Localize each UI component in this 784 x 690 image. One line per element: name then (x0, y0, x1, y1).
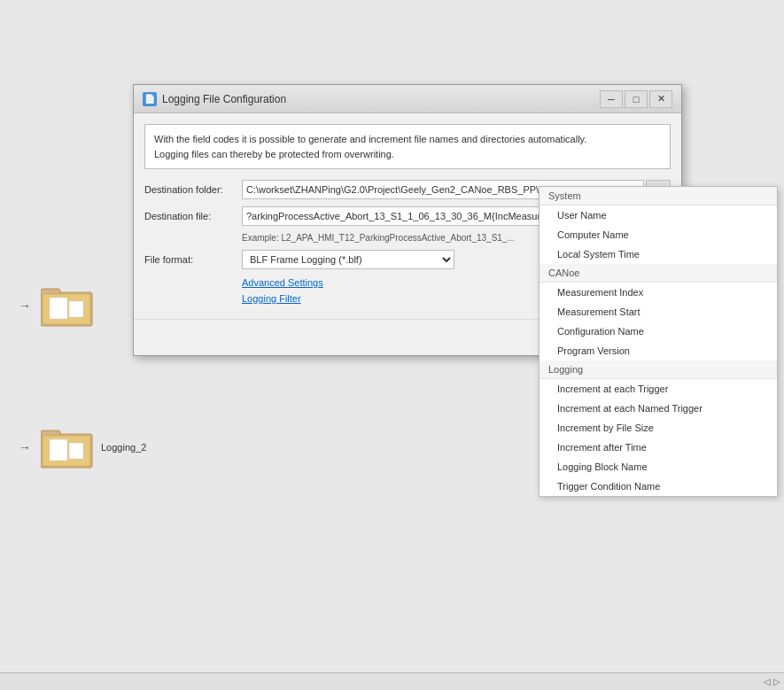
field-codes-dropdown-menu: System User Name Computer Name Local Sys… (539, 186, 778, 497)
menu-item-measurement-start[interactable]: Measurement Start (539, 302, 777, 322)
menu-item-increment-by-file-size[interactable]: Increment by File Size (539, 418, 777, 438)
logging-section-header: Logging (539, 361, 777, 379)
system-section-header: System (539, 187, 777, 205)
file-format-select[interactable]: BLF Frame Logging (*.blf) ASCII Logging … (242, 250, 454, 269)
svg-rect-9 (69, 443, 83, 459)
menu-item-trigger-condition-name[interactable]: Trigger Condition Name (539, 477, 777, 496)
destination-folder-label: Destination folder: (144, 184, 242, 195)
dialog-icon: 📄 (143, 92, 157, 106)
menu-item-measurement-index[interactable]: Measurement Index (539, 283, 777, 302)
info-line1: With the field codes it is possible to g… (154, 132, 661, 147)
dialog-title-left: 📄 Logging File Configuration (143, 92, 286, 106)
folder-2-arrow: → (16, 441, 34, 454)
desktop: → → Logging_2 (0, 0, 784, 690)
status-arrows: ◁ ▷ (764, 677, 780, 686)
logging-filter-link[interactable]: Logging Filter (242, 293, 301, 304)
dialog-titlebar: 📄 Logging File Configuration ─ □ ✕ (134, 85, 681, 113)
status-bar: ◁ ▷ (0, 672, 784, 690)
menu-item-computer-name[interactable]: Computer Name (539, 225, 777, 244)
menu-item-increment-each-named-trigger[interactable]: Increment at each Named Trigger (539, 399, 777, 418)
advanced-settings-link[interactable]: Advanced Settings (242, 277, 323, 288)
canoe-section-header: CANoe (539, 264, 777, 283)
svg-rect-3 (50, 298, 67, 319)
destination-file-label: Destination file: (144, 211, 242, 221)
menu-item-user-name[interactable]: User Name (539, 205, 777, 225)
menu-item-local-system-time[interactable]: Local System Time (539, 244, 777, 264)
folder-1[interactable]: → (16, 283, 94, 328)
minimize-button[interactable]: ─ (600, 90, 623, 108)
menu-item-increment-each-trigger[interactable]: Increment at each Trigger (539, 379, 777, 399)
folder-1-arrow: → (16, 299, 34, 312)
menu-item-program-version[interactable]: Program Version (539, 341, 777, 361)
dialog-title-text: Logging File Configuration (162, 93, 286, 105)
menu-item-increment-after-time[interactable]: Increment after Time (539, 438, 777, 457)
folder-2-shape (41, 425, 94, 469)
folder-1-shape (41, 283, 94, 328)
maximize-button[interactable]: □ (625, 90, 648, 108)
menu-item-configuration-name[interactable]: Configuration Name (539, 322, 777, 341)
menu-item-logging-block-name[interactable]: Logging Block Name (539, 457, 777, 477)
file-format-label: File format: (144, 254, 242, 265)
folder-2[interactable]: → Logging_2 (16, 425, 146, 469)
info-box: With the field codes it is possible to g… (144, 124, 671, 169)
svg-rect-8 (50, 439, 67, 461)
close-button[interactable]: ✕ (649, 90, 672, 108)
info-line2: Logging files can thereby be protected f… (154, 147, 661, 162)
svg-rect-4 (69, 301, 83, 317)
dialog-controls: ─ □ ✕ (600, 90, 672, 108)
folder-2-label: Logging_2 (101, 442, 146, 453)
